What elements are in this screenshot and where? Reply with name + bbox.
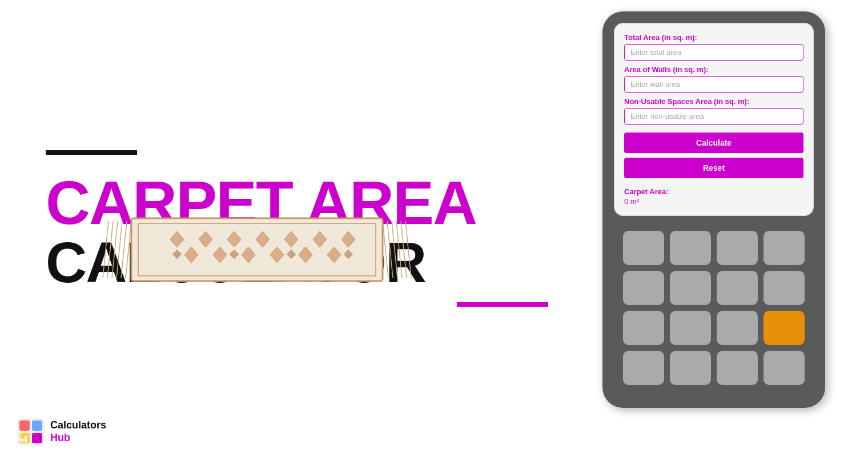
- wall-area-input[interactable]: [624, 76, 803, 93]
- total-area-label: Total Area (in sq. m):: [624, 33, 803, 42]
- key-15[interactable]: [763, 351, 805, 385]
- key-7[interactable]: [717, 271, 758, 305]
- key-13[interactable]: [670, 351, 711, 385]
- left-section: CARPET AREA CALCULATOR: [34, 150, 594, 307]
- calculate-button[interactable]: Calculate: [624, 133, 803, 153]
- non-usable-label: Non-Usable Spaces Area (in sq. m):: [624, 97, 803, 106]
- svg-line-8: [392, 221, 397, 278]
- svg-line-1: [107, 221, 113, 278]
- non-usable-input[interactable]: [624, 108, 803, 125]
- svg-line-4: [121, 221, 127, 278]
- svg-rect-12: [131, 218, 383, 281]
- result-label: Carpet Area:: [624, 187, 803, 196]
- key-1[interactable]: [623, 231, 664, 265]
- logo-calculators-text: Calculators: [50, 419, 106, 432]
- key-orange-1[interactable]: [763, 311, 805, 345]
- svg-rect-34: [32, 420, 42, 431]
- total-area-input[interactable]: [624, 44, 803, 61]
- svg-rect-36: [32, 433, 42, 443]
- wall-area-label: Area of Walls (in sq. m):: [624, 65, 803, 74]
- key-14[interactable]: [717, 351, 758, 385]
- svg-line-10: [401, 221, 407, 278]
- svg-rect-38: [25, 436, 27, 442]
- key-9[interactable]: [623, 311, 664, 345]
- calculator-body: Total Area (in sq. m): Area of Walls (in…: [602, 11, 825, 408]
- calculator-screen: Total Area (in sq. m): Area of Walls (in…: [614, 23, 814, 216]
- key-8[interactable]: [763, 271, 805, 305]
- svg-line-0: [103, 221, 108, 278]
- result-value: 0 m²: [624, 197, 803, 206]
- svg-line-11: [405, 221, 411, 278]
- black-bar-decoration: [46, 150, 137, 155]
- reset-button[interactable]: Reset: [624, 158, 803, 178]
- key-11[interactable]: [717, 311, 758, 345]
- key-3[interactable]: [717, 231, 758, 265]
- logo-icon: [17, 418, 45, 446]
- svg-rect-37: [21, 439, 23, 442]
- svg-line-7: [387, 221, 393, 278]
- svg-line-2: [112, 221, 118, 278]
- key-4[interactable]: [763, 231, 805, 265]
- key-6[interactable]: [670, 271, 711, 305]
- svg-line-3: [116, 221, 122, 278]
- logo-text: Calculators Hub: [50, 419, 106, 444]
- key-12[interactable]: [623, 351, 664, 385]
- svg-rect-39: [19, 434, 21, 442]
- main-container: CARPET AREA CALCULATOR: [0, 0, 868, 457]
- right-section: Total Area (in sq. m): Area of Walls (in…: [594, 6, 834, 451]
- purple-bar-decoration: [457, 302, 548, 307]
- logo-container: Calculators Hub: [17, 418, 106, 446]
- key-10[interactable]: [670, 311, 711, 345]
- logo-hub-text: Hub: [50, 432, 106, 444]
- key-5[interactable]: [623, 271, 664, 305]
- keypad: [612, 225, 816, 391]
- carpet-image: [91, 210, 423, 290]
- svg-line-9: [396, 221, 402, 278]
- svg-rect-33: [19, 420, 30, 431]
- key-2[interactable]: [670, 231, 711, 265]
